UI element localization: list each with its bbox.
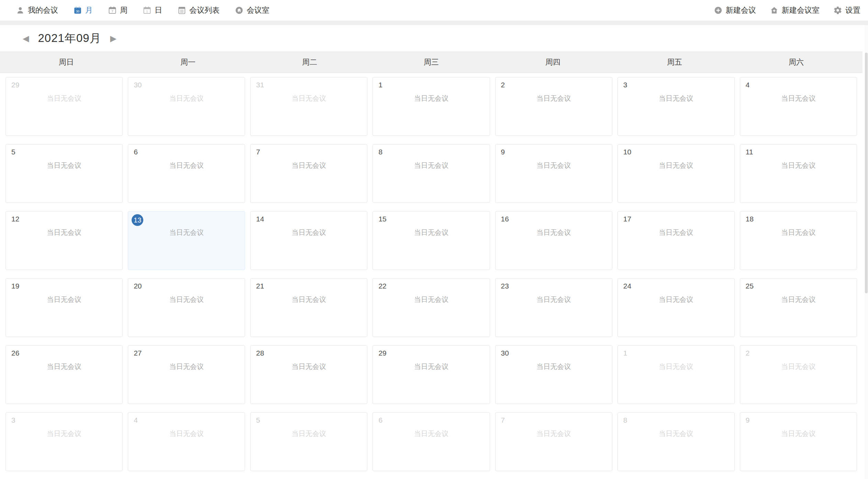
no-meeting-label: 当日无会议: [373, 228, 489, 237]
no-meeting-label: 当日无会议: [618, 94, 734, 103]
calendar-cell[interactable]: 22当日无会议: [372, 278, 490, 337]
nav-item-meeting-list[interactable]: 会议列表: [177, 5, 220, 15]
svg-text:1: 1: [146, 10, 148, 13]
calendar-cell[interactable]: 15当日无会议: [372, 211, 490, 270]
calendar-cell[interactable]: 14当日无会议: [250, 211, 367, 270]
calendar-cell[interactable]: 30当日无会议: [495, 345, 612, 404]
no-meeting-label: 当日无会议: [740, 295, 857, 304]
calendar-cell[interactable]: 1当日无会议: [617, 345, 735, 404]
no-meeting-label: 当日无会议: [128, 295, 245, 304]
calendar-cell[interactable]: 3当日无会议: [5, 412, 123, 471]
date-number: 7: [256, 148, 260, 156]
calendar-cell[interactable]: 27当日无会议: [128, 345, 245, 404]
calendar-cell[interactable]: 10当日无会议: [617, 144, 735, 203]
calendar-cell[interactable]: 7当日无会议: [495, 412, 612, 471]
calendar-cell[interactable]: 1当日无会议: [372, 77, 490, 136]
calendar-cell[interactable]: 6当日无会议: [128, 144, 245, 203]
calendar-cell[interactable]: 6当日无会议: [372, 412, 490, 471]
calendar-cell[interactable]: 2当日无会议: [495, 77, 612, 136]
nav-action-add-meeting-room[interactable]: 新建会议室: [770, 5, 820, 15]
calendar-cell[interactable]: 24当日无会议: [617, 278, 735, 337]
calendar-cell[interactable]: 20当日无会议: [128, 278, 245, 337]
date-number: 9: [746, 416, 750, 424]
no-meeting-label: 当日无会议: [373, 161, 489, 170]
calendar-cell[interactable]: 18当日无会议: [740, 211, 857, 270]
scrollbar[interactable]: [865, 25, 868, 479]
calendar-cell[interactable]: 29当日无会议: [5, 77, 123, 136]
weekday-header: 周日周一周二周三周四周五周六: [0, 52, 863, 73]
calendar-cell[interactable]: 7当日无会议: [250, 144, 367, 203]
add-meeting-room-icon: [770, 6, 779, 15]
calendar-cell[interactable]: 26当日无会议: [5, 345, 123, 404]
nav-action-label: 新建会议: [726, 5, 756, 15]
calendar-cell[interactable]: 3当日无会议: [617, 77, 735, 136]
nav-action-label: 设置: [845, 5, 860, 15]
calendar-cell[interactable]: 23当日无会议: [495, 278, 612, 337]
settings-icon: [833, 6, 842, 15]
weekday-label: 周六: [735, 57, 857, 67]
calendar-cell[interactable]: 8当日无会议: [372, 144, 490, 203]
user-icon: [16, 6, 25, 15]
calendar-cell[interactable]: 5当日无会议: [250, 412, 367, 471]
calendar-cell[interactable]: 13当日无会议: [128, 211, 245, 270]
date-number: 12: [11, 215, 19, 223]
no-meeting-label: 当日无会议: [251, 94, 367, 103]
no-meeting-label: 当日无会议: [128, 362, 245, 371]
nav-item-user[interactable]: 我的会议: [16, 5, 58, 15]
no-meeting-label: 当日无会议: [496, 362, 612, 371]
next-month-button[interactable]: ▶: [110, 34, 116, 43]
add-meeting-icon: [714, 6, 723, 15]
calendar-cell[interactable]: 25当日无会议: [740, 278, 857, 337]
date-number: 9: [501, 148, 505, 156]
today-badge: 13: [132, 214, 143, 226]
month-title: 2021年09月: [38, 31, 101, 46]
calendar-cell[interactable]: 9当日无会议: [495, 144, 612, 203]
weekday-label: 周四: [492, 57, 614, 67]
scrollbar-thumb[interactable]: [865, 53, 868, 293]
no-meeting-label: 当日无会议: [740, 362, 857, 371]
nav-action-settings[interactable]: 设置: [833, 5, 860, 15]
calendar-cell[interactable]: 31当日无会议: [250, 77, 367, 136]
weekday-label: 周一: [127, 57, 249, 67]
calendar-cell[interactable]: 4当日无会议: [740, 77, 857, 136]
nav-item-meeting-room[interactable]: 会议室: [235, 5, 269, 15]
toolbar-separator: [0, 21, 868, 25]
no-meeting-label: 当日无会议: [618, 228, 734, 237]
nav-action-label: 新建会议室: [782, 5, 820, 15]
calendar-cell[interactable]: 11当日无会议: [740, 144, 857, 203]
date-number: 2: [746, 349, 750, 357]
calendar-cell[interactable]: 12当日无会议: [5, 211, 123, 270]
calendar-cell[interactable]: 16当日无会议: [495, 211, 612, 270]
date-number: 7: [501, 416, 505, 424]
nav-item-calendar-day[interactable]: 1日: [143, 5, 162, 15]
calendar-cell[interactable]: 5当日无会议: [5, 144, 123, 203]
no-meeting-label: 当日无会议: [373, 362, 489, 371]
date-number: 22: [378, 282, 386, 290]
calendar-cell[interactable]: 9当日无会议: [740, 412, 857, 471]
month-navigation: ◀ 2021年09月 ▶: [0, 25, 868, 52]
nav-item-calendar-week[interactable]: 7周: [108, 5, 127, 15]
calendar-cell[interactable]: 28当日无会议: [250, 345, 367, 404]
calendar-cell[interactable]: 30当日无会议: [128, 77, 245, 136]
calendar-cell[interactable]: 4当日无会议: [128, 412, 245, 471]
calendar-cell[interactable]: 17当日无会议: [617, 211, 735, 270]
nav-item-label: 我的会议: [28, 5, 58, 15]
no-meeting-label: 当日无会议: [128, 429, 245, 438]
calendar-cell[interactable]: 19当日无会议: [5, 278, 123, 337]
calendar-grid: 29当日无会议30当日无会议31当日无会议1当日无会议2当日无会议3当日无会议4…: [0, 73, 863, 471]
calendar-week-icon: 7: [108, 6, 117, 15]
no-meeting-label: 当日无会议: [618, 362, 734, 371]
date-number: 1: [623, 349, 627, 357]
prev-month-button[interactable]: ◀: [23, 34, 29, 43]
calendar-cell[interactable]: 29当日无会议: [372, 345, 490, 404]
calendar-cell[interactable]: 21当日无会议: [250, 278, 367, 337]
nav-action-add-meeting[interactable]: 新建会议: [714, 5, 756, 15]
nav-item-label: 会议室: [247, 5, 269, 15]
no-meeting-label: 当日无会议: [618, 161, 734, 170]
calendar-cell[interactable]: 2当日无会议: [740, 345, 857, 404]
date-number: 29: [378, 349, 386, 357]
nav-item-calendar-month[interactable]: 30月: [73, 5, 93, 15]
calendar-cell[interactable]: 8当日无会议: [617, 412, 735, 471]
no-meeting-label: 当日无会议: [618, 429, 734, 438]
date-number: 6: [134, 148, 138, 156]
